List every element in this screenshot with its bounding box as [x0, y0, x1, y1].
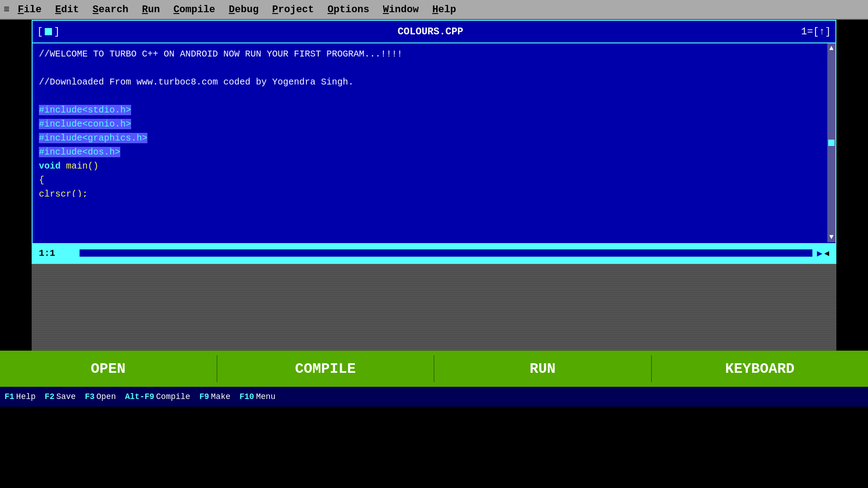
fn2-label: Save — [56, 392, 75, 401]
fn2-key: F2 — [45, 392, 55, 401]
menu-compile[interactable]: Compile — [174, 4, 215, 15]
editor-position: 1=[↑] — [801, 26, 831, 38]
menu-file[interactable]: File — [18, 4, 42, 15]
fn9-key: F9 — [199, 392, 209, 401]
menu-debug[interactable]: Debug — [229, 4, 259, 15]
fn1-label: Help — [16, 392, 36, 401]
altf9-label: Compile — [156, 392, 190, 401]
scroll-right-arrow[interactable]: ▶ — [817, 248, 822, 259]
scroll-up-arrow[interactable]: ▲ — [829, 43, 834, 53]
scroll-h-thumb[interactable] — [69, 249, 80, 257]
code-line-10: { — [39, 173, 829, 187]
fn10-key: F10 — [240, 392, 254, 401]
cursor-position: 1:1 — [39, 248, 55, 258]
fn-menu[interactable]: F10 Menu — [240, 392, 276, 401]
code-line-8: #include<dos.h> — [39, 145, 829, 159]
fn9-label: Make — [211, 392, 231, 401]
menu-search[interactable]: Search — [93, 4, 128, 15]
fn3-key: F3 — [85, 392, 95, 401]
fnkey-bar: F1 Help F2 Save F3 Open Alt-F9 Compile F… — [0, 387, 868, 407]
editor-window: [ ] COLOURS.CPP 1=[↑] //WELCOME TO TURBO… — [32, 20, 836, 264]
code-line-5: #include<stdio.h> — [39, 103, 829, 117]
menu-bar: ≡ File Edit Search Run Compile Debug Pro… — [0, 0, 868, 20]
fn-help[interactable]: F1 Help — [5, 392, 36, 401]
titlebar-left: [ ] — [37, 26, 60, 38]
fn-open[interactable]: F3 Open — [85, 392, 116, 401]
code-line-9: void main() — [39, 159, 829, 173]
titlebar-open-bracket: [ — [37, 26, 43, 38]
scroll-end-arrow[interactable]: ◀ — [824, 248, 829, 258]
code-line-3: //Downloaded From www.turboc8.com coded … — [39, 75, 829, 89]
run-button[interactable]: RUN — [434, 356, 651, 382]
menu-help[interactable]: Help — [432, 4, 456, 15]
fn-make[interactable]: F9 Make — [199, 392, 231, 401]
code-line-11: clrscr(); — [39, 187, 829, 197]
console-area — [32, 264, 836, 351]
editor-title: COLOURS.CPP — [60, 26, 801, 38]
open-button[interactable]: OPEN — [0, 356, 217, 382]
scroll-thumb[interactable] — [828, 140, 835, 146]
menu-options[interactable]: Options — [328, 4, 369, 15]
fn1-key: F1 — [5, 392, 14, 401]
code-line-7: #include<graphics.h> — [39, 131, 829, 145]
fn-compile[interactable]: Alt-F9 Compile — [125, 392, 190, 401]
scrollbar-right[interactable]: ▲ ▼ — [827, 43, 835, 242]
horizontal-scrollbar[interactable] — [69, 249, 812, 257]
statusbar: 1:1 ▶ ◀ — [33, 242, 835, 263]
menu-run[interactable]: Run — [142, 4, 160, 15]
menu-window[interactable]: Window — [383, 4, 419, 15]
code-line-1: //WELCOME TO TURBO C++ ON ANDROID NOW RU… — [39, 47, 829, 61]
code-line-4 — [39, 89, 829, 103]
editor-titlebar: [ ] COLOURS.CPP 1=[↑] — [33, 21, 835, 43]
titlebar-close-bracket: ] — [54, 26, 60, 38]
bottom-buttons: OPEN COMPILE RUN KEYBOARD — [0, 351, 868, 387]
fn10-label: Menu — [256, 392, 275, 401]
fn-save[interactable]: F2 Save — [45, 392, 76, 401]
keyboard-button[interactable]: KEYBOARD — [652, 356, 868, 382]
code-line-6: #include<conio.h> — [39, 117, 829, 131]
menu-edit[interactable]: Edit — [55, 4, 79, 15]
code-line-2 — [39, 61, 829, 75]
altf9-key: Alt-F9 — [125, 392, 154, 401]
menu-project[interactable]: Project — [272, 4, 314, 15]
fn3-label: Open — [96, 392, 116, 401]
code-area[interactable]: //WELCOME TO TURBO C++ ON ANDROID NOW RU… — [33, 43, 835, 197]
menu-icon[interactable]: ≡ — [4, 4, 9, 15]
scroll-down-arrow[interactable]: ▼ — [829, 232, 834, 242]
titlebar-square-icon — [45, 28, 52, 35]
compile-button[interactable]: COMPILE — [217, 356, 434, 382]
